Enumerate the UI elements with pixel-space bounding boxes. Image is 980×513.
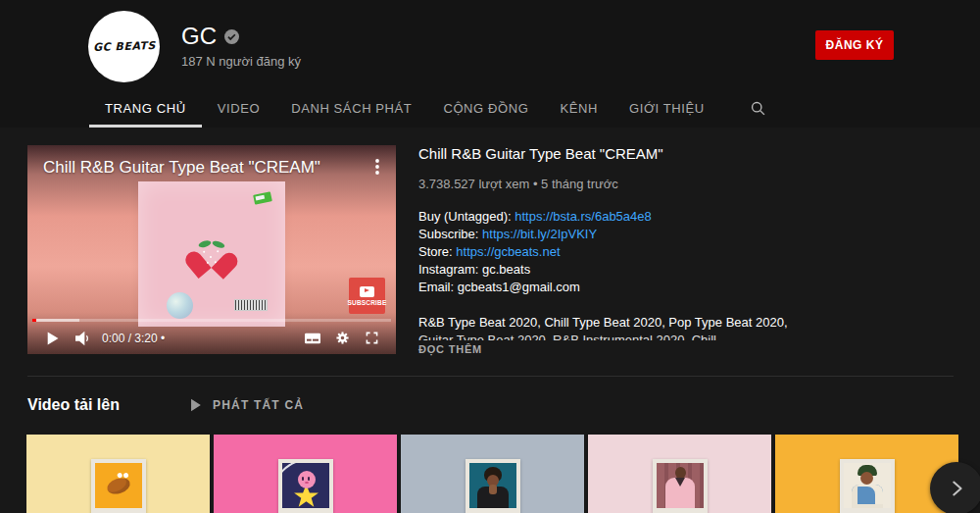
tags-line-clipped: Guitar Type Beat 2020, R&B Instrumental … [418, 332, 954, 340]
video-thumbnail-kirby-star[interactable] [214, 435, 397, 513]
strawberry-heart-art [194, 241, 228, 272]
play-all-icon [188, 397, 203, 413]
channel-search-button[interactable] [736, 89, 780, 128]
video-tags: R&B Type Beat 2020, Chill Type Beat 2020… [418, 314, 954, 340]
channel-name-row: GC [181, 23, 239, 50]
video-thumbnail-portrait-pink[interactable] [588, 435, 771, 513]
play-all-button[interactable]: PHÁT TẤT CẢ [188, 397, 304, 413]
video-thumbnail-portrait-teal[interactable] [401, 435, 584, 513]
polaroid-frame [653, 459, 708, 513]
tags-line: R&B Type Beat 2020, Chill Type Beat 2020… [418, 314, 954, 332]
player-kebab-menu[interactable] [368, 157, 386, 180]
channel-header: GC BEATS GC 187 N người đăng ký ĐĂNG KÝ … [0, 0, 980, 128]
featured-video-player[interactable]: Chill R&B Guitar Type Beat "CREAM" SUBSC… [27, 145, 396, 354]
fullscreen-button[interactable] [357, 324, 386, 353]
description-line: Buy (Untagged): https://bsta.rs/6ab5a4e8 [418, 208, 954, 226]
play-button[interactable] [37, 324, 67, 353]
description-line: Store: https://gcbeats.net [418, 243, 954, 261]
store-link[interactable]: https://gcbeats.net [456, 244, 560, 259]
subtitles-button[interactable] [298, 324, 327, 353]
volume-button[interactable] [67, 324, 96, 353]
read-more-button[interactable]: ĐỌC THÊM [418, 343, 954, 355]
channel-tabs: TRANG CHỦ VIDEO DANH SÁCH PHÁT CỘNG ĐỒNG… [89, 89, 780, 128]
subscribe-watermark[interactable]: SUBSCRIBE [349, 278, 385, 314]
description-line: Subscribe: https://bit.ly/2IpVKIY [418, 226, 954, 243]
subscribe-link[interactable]: https://bit.ly/2IpVKIY [482, 227, 597, 241]
uploads-header: Video tải lên PHÁT TẤT CẢ [27, 396, 304, 414]
time-display: 0:00 / 3:20 • [102, 332, 165, 345]
play-icon [39, 326, 65, 351]
video-title[interactable]: Chill R&B Guitar Type Beat "CREAM" [418, 145, 954, 162]
roast-chicken-art [105, 476, 131, 497]
avatar-text: GC BEATS [92, 39, 155, 54]
youtube-channel-page: GC BEATS GC 187 N người đăng ký ĐĂNG KÝ … [0, 0, 980, 513]
buy-link[interactable]: https://bsta.rs/6ab5a4e8 [514, 209, 651, 224]
tab-kenh[interactable]: KÊNH [544, 89, 613, 128]
description-line: Email: gcbeats1@gmail.com [418, 279, 954, 296]
album-art [138, 181, 285, 327]
tab-video[interactable]: VIDEO [202, 89, 275, 128]
verified-badge-icon [224, 29, 239, 44]
polaroid-frame [840, 459, 895, 513]
youtube-play-icon [360, 286, 374, 297]
tab-gioi-thieu[interactable]: GIỚI THIỆU [613, 89, 720, 128]
player-overlay-title[interactable]: Chill R&B Guitar Type Beat "CREAM" [43, 158, 320, 178]
description-line: Instagram: gc.beats [418, 261, 954, 279]
subscriber-count: 187 N người đăng ký [181, 54, 301, 69]
holographic-sticker [167, 292, 193, 319]
polaroid-frame [91, 459, 146, 513]
barcode-sticker [234, 299, 268, 311]
video-thumbnail-portrait-yellow[interactable] [775, 435, 958, 513]
subscribe-button[interactable]: ĐĂNG KÝ [815, 30, 894, 60]
subtitles-icon [301, 327, 324, 350]
scroll-right-button[interactable] [930, 462, 980, 513]
search-icon [750, 100, 766, 117]
video-meta: 3.738.527 lượt xem • 5 tháng trước [418, 177, 954, 191]
section-divider [27, 376, 954, 377]
player-controls: 0:00 / 3:20 • [27, 322, 396, 354]
video-description: Buy (Untagged): https://bsta.rs/6ab5a4e8… [418, 208, 954, 296]
video-details: Chill R&B Guitar Type Beat "CREAM" 3.738… [418, 145, 954, 355]
polaroid-frame [466, 459, 520, 513]
gear-icon [331, 327, 354, 349]
kirby-art [298, 471, 316, 488]
kebab-menu-icon [368, 157, 386, 177]
fullscreen-icon [361, 327, 383, 349]
tab-cong-dong[interactable]: CỘNG ĐỒNG [427, 89, 544, 128]
settings-button[interactable] [327, 324, 357, 353]
sale-tag-sticker [253, 191, 272, 205]
polaroid-frame [278, 459, 333, 513]
volume-icon [70, 327, 93, 350]
uploads-title: Video tải lên [27, 396, 120, 414]
tab-trang-chu[interactable]: TRANG CHỦ [89, 89, 202, 128]
uploads-thumbnail-row [26, 435, 958, 513]
video-thumbnail-roast-chicken[interactable] [26, 435, 210, 513]
tab-danh-sach-phat[interactable]: DANH SÁCH PHÁT [275, 89, 427, 128]
channel-name: GC [181, 23, 217, 50]
channel-avatar[interactable]: GC BEATS [88, 11, 160, 82]
chevron-right-icon [946, 478, 967, 499]
